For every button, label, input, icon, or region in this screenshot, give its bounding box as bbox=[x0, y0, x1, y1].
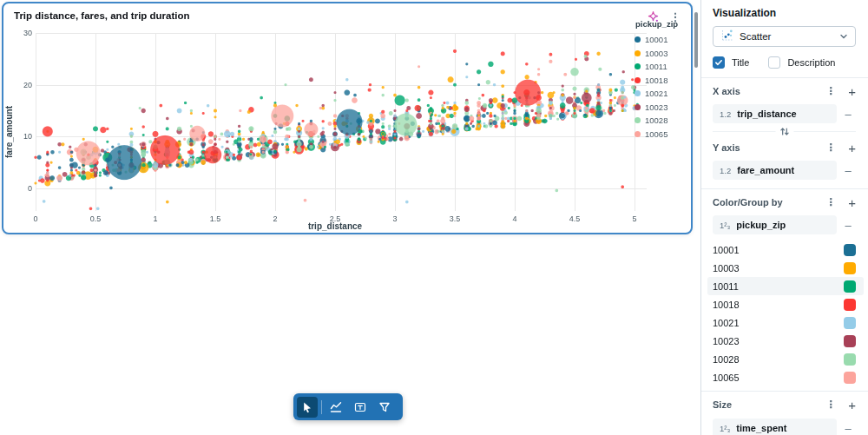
color-assignment-row[interactable]: 10011 bbox=[707, 277, 864, 295]
y-tick-label: 10 bbox=[13, 132, 32, 141]
y-axis-section-title: Y axis bbox=[713, 142, 825, 153]
legend-item[interactable]: 10018 bbox=[635, 74, 690, 88]
x-tick-label: 4.5 bbox=[562, 214, 588, 223]
size-field-pill[interactable]: 1²₃ time_spent bbox=[713, 419, 837, 435]
select-tool-cursor-icon[interactable] bbox=[297, 397, 318, 418]
x-tick-label: 0 bbox=[23, 214, 49, 223]
x-tick-label: 4 bbox=[502, 214, 528, 223]
legend-color-dot bbox=[635, 117, 641, 123]
y-tick-label: 30 bbox=[13, 29, 32, 37]
color-value-label: 10065 bbox=[713, 372, 740, 383]
legend-label: 10003 bbox=[645, 49, 667, 58]
color-swatch[interactable] bbox=[844, 280, 856, 293]
scatter-type-icon bbox=[720, 29, 733, 44]
color-group-section-title: Color/Group by bbox=[713, 197, 825, 208]
legend-label: 10021 bbox=[645, 89, 667, 98]
assistant-sparkle-icon[interactable] bbox=[644, 8, 661, 25]
integer-type-icon: 1²₃ bbox=[720, 221, 730, 230]
legend-item[interactable]: 10023 bbox=[635, 101, 690, 115]
x-axis-section-header: X axis ⋮ + bbox=[713, 84, 856, 98]
size-section-header: Size ⋮ + bbox=[713, 398, 856, 412]
size-remove-minus-icon[interactable]: – bbox=[840, 422, 856, 435]
size-add-plus-icon[interactable]: + bbox=[848, 399, 856, 412]
y-axis-field-pill[interactable]: 1.2 fare_amount bbox=[713, 161, 837, 180]
dashboard-canvas: 00.511.522.533.544.550102030 trip_distan… bbox=[0, 0, 868, 435]
legend-item[interactable]: 10021 bbox=[635, 87, 690, 101]
legend-color-dot bbox=[635, 131, 641, 137]
x-axis-menu-kebab-icon[interactable]: ⋮ bbox=[825, 86, 836, 96]
legend-color-dot bbox=[635, 36, 641, 43]
color-swatch[interactable] bbox=[844, 299, 856, 311]
legend-label: 10023 bbox=[645, 102, 667, 112]
color-assignment-row[interactable]: 10023 bbox=[707, 332, 864, 350]
color-swatch[interactable] bbox=[844, 244, 856, 256]
color-assignment-row[interactable]: 10001 bbox=[707, 241, 864, 259]
color-value-label: 10011 bbox=[713, 281, 739, 292]
canvas-scrollbar[interactable] bbox=[694, 12, 698, 68]
x-axis-add-plus-icon[interactable]: + bbox=[848, 85, 856, 98]
color-swatch[interactable] bbox=[844, 317, 856, 329]
color-assignment-row[interactable]: 10028 bbox=[707, 350, 864, 368]
y-axis-section-header: Y axis ⋮ + bbox=[713, 141, 856, 155]
scatter-plot-canvas[interactable] bbox=[3, 3, 691, 233]
legend-item[interactable]: 10003 bbox=[635, 47, 690, 61]
y-tick-label: 0 bbox=[13, 184, 32, 193]
color-group-add-plus-icon[interactable]: + bbox=[848, 196, 856, 209]
add-chart-tool-line-chart-icon[interactable] bbox=[326, 397, 346, 418]
size-field-row: 1²₃ time_spent – bbox=[713, 419, 856, 435]
description-checkbox-label: Description bbox=[787, 57, 835, 68]
x-axis-field-pill[interactable]: 1.2 trip_distance bbox=[713, 104, 837, 123]
color-group-section-header: Color/Group by ⋮ + bbox=[713, 195, 856, 209]
visualization-panel: Visualization Scatter bbox=[700, 0, 868, 435]
title-checkbox[interactable] bbox=[713, 56, 725, 69]
y-axis-remove-minus-icon[interactable]: – bbox=[840, 164, 856, 177]
color-group-field-row: 1²₃ pickup_zip – bbox=[713, 215, 856, 234]
color-group-remove-minus-icon[interactable]: – bbox=[840, 219, 856, 232]
color-swatch[interactable] bbox=[844, 372, 856, 384]
widget-actions: ⋮ bbox=[644, 8, 684, 25]
color-assignment-list: 1000110003100111001810021100231002810065 bbox=[713, 241, 856, 386]
size-menu-kebab-icon[interactable]: ⋮ bbox=[825, 399, 836, 410]
panel-header: Visualization bbox=[713, 7, 856, 19]
section-divider bbox=[701, 188, 868, 189]
legend-item[interactable]: 10011 bbox=[635, 60, 690, 74]
add-text-tool-text-box-icon[interactable] bbox=[350, 397, 371, 418]
swap-axes-arrows-icon[interactable] bbox=[775, 126, 793, 137]
color-value-label: 10023 bbox=[713, 336, 740, 346]
color-swatch[interactable] bbox=[844, 353, 856, 366]
color-swatch[interactable] bbox=[844, 262, 856, 274]
legend-item[interactable]: 10028 bbox=[635, 114, 690, 128]
x-axis-field-row: 1.2 trip_distance – bbox=[713, 104, 856, 123]
legend-item[interactable]: 10065 bbox=[635, 128, 690, 142]
x-tick-label: 0.5 bbox=[82, 214, 108, 223]
x-tick-label: 1.5 bbox=[202, 214, 228, 223]
y-axis-add-plus-icon[interactable]: + bbox=[848, 142, 856, 155]
color-value-label: 10018 bbox=[713, 300, 740, 310]
legend-item[interactable]: 10001 bbox=[635, 33, 690, 47]
chart-type-select[interactable]: Scatter bbox=[713, 26, 856, 47]
x-axis-remove-minus-icon[interactable]: – bbox=[840, 108, 856, 121]
size-field-name: time_spent bbox=[736, 423, 786, 433]
y-axis-menu-kebab-icon[interactable]: ⋮ bbox=[825, 142, 836, 153]
color-assignment-row[interactable]: 10003 bbox=[707, 259, 864, 277]
color-group-field-pill[interactable]: 1²₃ pickup_zip bbox=[713, 215, 837, 234]
widget-menu-kebab-icon[interactable]: ⋮ bbox=[667, 8, 684, 25]
filter-tool-funnel-icon[interactable] bbox=[374, 397, 395, 418]
title-description-row: Title Description bbox=[713, 56, 856, 69]
x-axis-field-name: trip_distance bbox=[737, 109, 796, 119]
color-assignment-row[interactable]: 10021 bbox=[707, 313, 864, 332]
numeric-type-icon: 1.2 bbox=[720, 109, 731, 119]
color-assignment-row[interactable]: 10018 bbox=[707, 295, 864, 313]
title-checkbox-label: Title bbox=[732, 57, 749, 68]
color-swatch[interactable] bbox=[844, 335, 856, 347]
legend-label: 10065 bbox=[645, 129, 667, 139]
color-group-field-name: pickup_zip bbox=[736, 220, 786, 230]
color-assignment-row[interactable]: 10065 bbox=[707, 368, 864, 386]
color-value-label: 10001 bbox=[713, 245, 740, 255]
legend-label: 10001 bbox=[645, 35, 667, 44]
y-axis-field-name: fare_amount bbox=[737, 165, 794, 175]
chart-widget[interactable]: 00.511.522.533.544.550102030 trip_distan… bbox=[2, 2, 693, 234]
legend-color-dot bbox=[635, 50, 641, 56]
color-group-menu-kebab-icon[interactable]: ⋮ bbox=[825, 197, 836, 208]
description-checkbox[interactable] bbox=[768, 56, 780, 69]
